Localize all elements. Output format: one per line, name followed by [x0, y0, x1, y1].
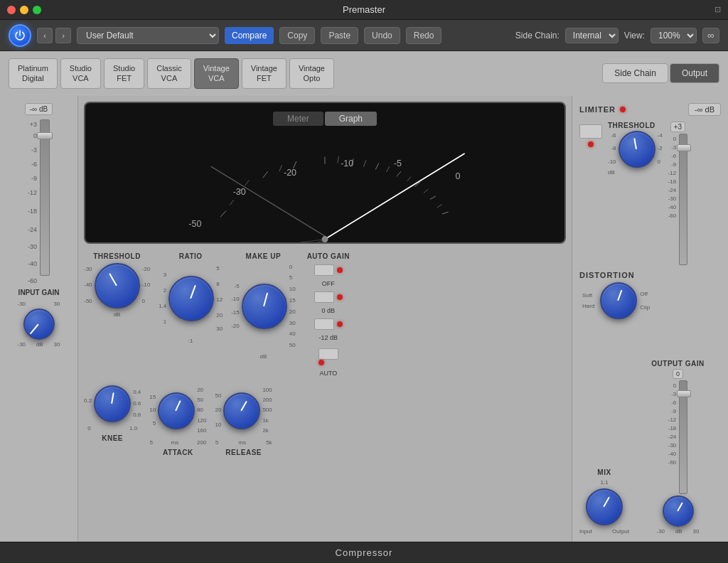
auto-gain-auto-led: [318, 360, 324, 365]
redo-button[interactable]: Redo: [406, 27, 442, 44]
auto-gain-12db-row: [314, 318, 343, 330]
svg-text:0: 0: [456, 171, 461, 181]
maximize-button[interactable]: [33, 6, 41, 14]
knee-control: 0.2 0.4 0.6 0.8 0: [84, 385, 141, 442]
close-button[interactable]: [7, 6, 16, 14]
mix-label: MIX: [597, 468, 611, 476]
bottom-bar: Compressor: [0, 542, 728, 563]
auto-gain-auto-row: [318, 348, 338, 365]
input-fader-thumb[interactable]: [37, 132, 53, 139]
output-gain-knob[interactable]: [663, 495, 694, 527]
power-button[interactable]: [9, 24, 31, 47]
link-button[interactable]: ∞: [702, 28, 719, 43]
limiter-display: -∞ dB: [688, 103, 721, 116]
input-fader-track[interactable]: [40, 119, 50, 276]
svg-text:-50: -50: [188, 218, 201, 228]
auto-gain-control: AUTO GAIN OFF 0 dB -12 dB: [307, 252, 350, 377]
distortion-section: DISTORTION Soft Hard Off Clip: [579, 271, 721, 319]
model-studio-fet[interactable]: Studio FET: [104, 58, 144, 89]
limiter-threshold-knob[interactable]: [619, 131, 655, 168]
limiter-toggle-led: [588, 141, 594, 147]
auto-gain-12db-toggle[interactable]: [314, 318, 334, 330]
limiter-toggle[interactable]: [579, 124, 602, 139]
auto-gain-auto-toggle[interactable]: [318, 348, 338, 360]
preset-selector[interactable]: User Default: [77, 27, 219, 44]
content-area: -∞ dB +3 0 -3 -6 -9 -12 -18 -24 -30 -40 …: [0, 96, 728, 542]
output-gain-panel: OUTPUT GAIN 0 0 -3 -6 -9 -12 -18 -24 -30: [635, 360, 721, 535]
ratio-knob[interactable]: [168, 276, 214, 321]
threshold-knob[interactable]: [95, 263, 140, 309]
attack-knob[interactable]: [158, 392, 195, 429]
makeup-unit: dB: [259, 353, 267, 360]
model-platinum-digital[interactable]: Platinum Digital: [9, 58, 58, 89]
minimize-button[interactable]: [20, 6, 28, 14]
output-gain-display: 0: [673, 369, 683, 379]
model-vintage-opto[interactable]: Vintage Opto: [289, 58, 334, 89]
limiter-fader-track[interactable]: [679, 134, 687, 265]
threshold-section-label: THRESHOLD: [608, 122, 663, 129]
fader-scale-right: 0 -3 -6 -9 -12 -18 -24 -30 -40 -60: [668, 135, 677, 265]
view-selector[interactable]: 100%: [651, 28, 697, 43]
distortion-scale-top: Soft Hard: [579, 292, 597, 309]
svg-line-12: [220, 210, 226, 217]
output-gain-fader-track[interactable]: [679, 380, 687, 494]
mix-scale-top: 1:1: [600, 479, 608, 486]
svg-line-25: [279, 165, 282, 171]
window-controls: [7, 6, 41, 14]
limiter-fader-area: +3 0 -3 -6 -9 -12 -18 -24 -30 -40 -6: [668, 122, 688, 265]
paste-button[interactable]: Paste: [321, 27, 358, 44]
ratio-control: RATIO 3 2 1.4 1 5 8: [159, 252, 223, 344]
compressor-controls-row2: 0.2 0.4 0.6 0.8 0: [84, 382, 566, 459]
makeup-knob[interactable]: [242, 284, 287, 329]
svg-line-27: [363, 160, 366, 167]
limiter-toggle-area: [579, 124, 602, 147]
compare-button[interactable]: Compare: [225, 27, 274, 44]
ratio-unit: :1: [188, 338, 193, 344]
forward-button[interactable]: ›: [55, 28, 71, 43]
input-gain-label: INPUT GAIN: [18, 289, 60, 296]
auto-gain-label: AUTO GAIN: [307, 252, 350, 260]
auto-gain-off-toggle[interactable]: [314, 264, 334, 276]
model-studio-vca[interactable]: Studio VCA: [60, 58, 101, 89]
auto-gain-off-row: [314, 264, 343, 276]
undo-button[interactable]: Undo: [364, 27, 400, 44]
mix-output-row: MIX 1:1 Input Output OUTPUT GAIN 0: [579, 360, 721, 535]
knee-knob[interactable]: [94, 385, 131, 422]
sidechain-monitor-button[interactable]: Side Chain: [602, 63, 668, 83]
threshold-unit: dB: [114, 311, 121, 318]
model-vintage-fet[interactable]: Vintage FET: [242, 58, 287, 89]
output-monitor-button[interactable]: Output: [670, 63, 719, 83]
back-button[interactable]: ‹: [37, 28, 53, 43]
mix-knob[interactable]: [586, 488, 623, 525]
mix-control: MIX 1:1 Input Output: [579, 468, 629, 535]
fader-with-scale: 0 -3 -6 -9 -12 -18 -24 -30 -40 -60: [668, 134, 688, 265]
limiter-controls: THRESHOLD -6 -8 -10 -4 -2: [579, 122, 721, 265]
distortion-knob[interactable]: [600, 282, 637, 319]
input-gain-display: -∞ dB: [25, 103, 53, 115]
svg-line-14: [263, 171, 268, 178]
sidechain-selector[interactable]: Internal: [565, 28, 619, 43]
knee-label: KNEE: [102, 434, 123, 442]
output-gain-fader-area: 0 -3 -6 -9 -12 -18 -24 -30 -40 -60: [668, 380, 688, 494]
input-fader-scale: +3 0 -3 -6 -9 -12 -18 -24 -30 -40 -60: [28, 119, 37, 284]
window-resize-icon[interactable]: ⊡: [714, 5, 721, 14]
threshold-knob-unit: dB: [608, 169, 663, 176]
makeup-label: MAKE UP: [246, 252, 282, 260]
right-panel: LIMITER -∞ dB THRESHOLD -6 -8: [572, 96, 728, 542]
auto-gain-0db-toggle[interactable]: [314, 291, 334, 303]
toolbar: ‹ › User Default Compare Copy Paste Undo…: [0, 20, 728, 51]
plugin-type-label: Compressor: [336, 547, 393, 558]
output-gain-fader-thumb[interactable]: [677, 390, 691, 397]
threshold-label: THRESHOLD: [93, 252, 141, 260]
model-vintage-vca[interactable]: Vintage VCA: [194, 58, 239, 89]
monitor-buttons: Side Chain Output: [602, 63, 719, 83]
input-gain-knob[interactable]: [23, 309, 55, 340]
input-gain-panel: -∞ dB +3 0 -3 -6 -9 -12 -18 -24 -30 -40 …: [0, 96, 78, 542]
auto-gain-12db-led: [337, 321, 343, 327]
svg-line-26: [338, 156, 339, 163]
copy-button[interactable]: Copy: [279, 27, 315, 44]
limiter-fader-thumb[interactable]: [677, 144, 691, 151]
release-label: RELEASE: [225, 449, 262, 456]
model-classic-vca[interactable]: Classic VCA: [147, 58, 191, 89]
release-knob[interactable]: [223, 392, 260, 429]
